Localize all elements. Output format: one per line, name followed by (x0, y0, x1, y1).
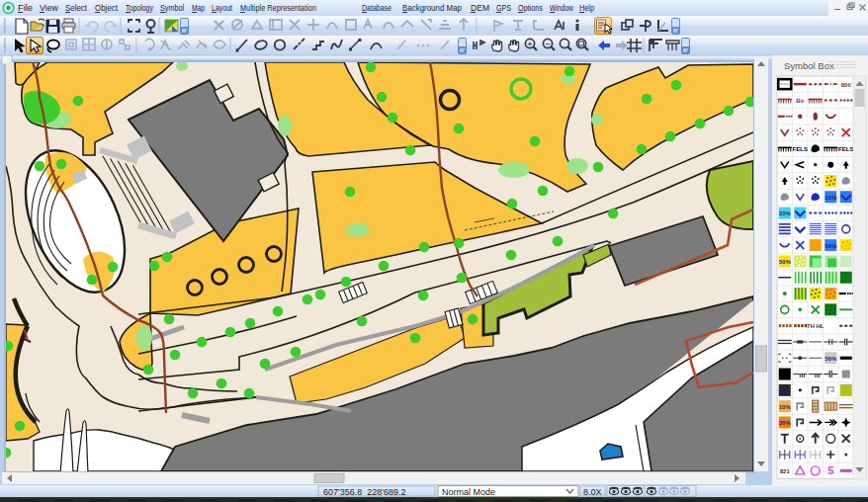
svg-text:33%: 33% (779, 210, 792, 216)
svg-text:821: 821 (780, 468, 791, 474)
svg-text:10%: 10% (779, 404, 792, 410)
svg-text:Object: Object (95, 3, 118, 13)
svg-text:Topology: Topology (126, 3, 153, 13)
svg-text:Database: Database (362, 3, 391, 13)
svg-text:607'356.8 228'689.2: 607'356.8 228'689.2 (323, 487, 406, 497)
svg-text:800: 800 (841, 82, 852, 88)
svg-text:8.0X: 8.0X (583, 487, 602, 497)
svg-text:50%: 50% (825, 243, 837, 249)
svg-text:Select: Select (65, 3, 87, 13)
svg-text:200: 200 (780, 388, 791, 394)
svg-text:Layout: Layout (212, 3, 232, 13)
svg-text:File: File (18, 3, 33, 13)
svg-text:Options: Options (518, 3, 543, 13)
svg-text:30%: 30% (779, 420, 792, 426)
svg-text:View: View (40, 3, 58, 13)
svg-text:50%: 50% (825, 356, 837, 362)
svg-text:5: 5 (827, 464, 833, 476)
svg-text:DEM: DEM (471, 3, 489, 13)
svg-text:Multiple Representation: Multiple Representation (240, 3, 316, 13)
svg-text:Background Map: Background Map (402, 3, 462, 13)
svg-text:+: + (528, 40, 533, 48)
svg-text:Help: Help (579, 3, 594, 13)
svg-text:50%: 50% (779, 259, 792, 265)
svg-text:Symbol: Symbol (160, 3, 184, 13)
svg-text:−: − (546, 40, 551, 48)
svg-text:15%: 15% (825, 195, 837, 201)
svg-text:FELS: FELS (838, 146, 853, 152)
svg-text:7H HL: 7H HL (807, 323, 825, 329)
svg-text:Bö: Bö (796, 98, 804, 104)
svg-text:Window: Window (550, 3, 573, 13)
svg-text:GPS: GPS (496, 3, 511, 13)
svg-text:FELS: FELS (793, 146, 808, 152)
svg-text:Normal Mode: Normal Mode (442, 487, 495, 497)
svg-text:Map: Map (192, 3, 205, 13)
svg-text:Symbol Box: Symbol Box (784, 60, 834, 71)
